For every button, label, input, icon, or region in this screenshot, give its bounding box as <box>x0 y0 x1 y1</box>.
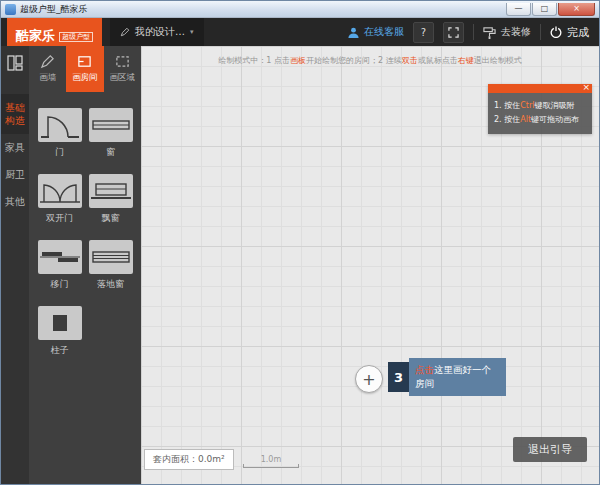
component-label: 落地窗 <box>97 278 124 291</box>
draw-mode-instruction: 绘制模式中：1 点击画板开始绘制您的房间；2 连续双击或鼠标点击右键退出绘制模式 <box>218 55 521 66</box>
category-tab-furniture[interactable]: 家具 <box>1 134 29 161</box>
online-service-button[interactable]: 在线客服 <box>347 25 404 39</box>
finish-label: 完成 <box>567 25 589 40</box>
fullscreen-icon <box>448 27 459 38</box>
exit-guide-button[interactable]: 退出引导 <box>513 437 587 462</box>
online-service-label: 在线客服 <box>364 25 404 39</box>
mode-draw-wall[interactable]: 画墙 <box>29 46 66 92</box>
guide-step-badge: 3 <box>388 362 409 392</box>
shortcut-tip-box: × 1. 按住Ctrl键取消吸附 2. 按住Alt键可拖动画布 <box>488 84 592 134</box>
component-label: 飘窗 <box>102 212 120 225</box>
category-tab-other[interactable]: 其他 <box>1 188 29 215</box>
draw-mode-tabs: 画墙 画房间 画区域 <box>29 46 141 92</box>
app-header: 酷家乐 超级户型 我的设计… ▾ 在线客服 ? <box>1 18 599 46</box>
help-icon: ? <box>421 27 426 38</box>
component-door[interactable]: 门 <box>37 108 82 159</box>
brand-name: 酷家乐 <box>16 29 55 42</box>
sliding-door-icon <box>38 240 82 274</box>
component-double-door[interactable]: 双开门 <box>37 174 82 225</box>
chevron-down-icon: ▾ <box>190 28 194 36</box>
component-label: 双开门 <box>46 212 73 225</box>
window-title: 超级户型_酷家乐 <box>20 3 88 16</box>
tip-header: × <box>488 84 592 93</box>
app-window: 超级户型_酷家乐 — □ × 酷家乐 超级户型 我的设计… ▾ 在线客服 <box>0 0 600 485</box>
mode-label: 画区域 <box>110 72 136 84</box>
tip-line-ctrl: 1. 按住Ctrl键取消吸附 <box>494 99 586 113</box>
paint-roller-icon <box>483 26 496 39</box>
draw-area-icon <box>115 54 130 69</box>
guide-target-circle[interactable]: + <box>355 365 383 393</box>
draw-wall-icon <box>40 54 55 69</box>
close-icon[interactable]: × <box>582 82 590 93</box>
product-badge: 超级户型 <box>59 32 93 42</box>
component-label: 移门 <box>51 278 69 291</box>
scale-ruler <box>243 464 299 468</box>
component-floor-window[interactable]: 落地窗 <box>88 240 133 291</box>
draw-room-icon <box>77 54 92 69</box>
component-label: 柱子 <box>51 344 69 357</box>
header-divider <box>540 24 541 40</box>
guide-tooltip: 点击这里画好一个房间 <box>409 358 506 396</box>
maximize-button[interactable]: □ <box>532 3 557 16</box>
component-window[interactable]: 窗 <box>88 108 133 159</box>
category-tab-kitchen-bath[interactable]: 厨卫 <box>1 161 29 188</box>
brand-logo: 酷家乐 超级户型 <box>7 18 102 46</box>
category-tab-basic-structure[interactable]: 基础构造 <box>1 94 29 134</box>
close-button[interactable]: × <box>558 3 595 16</box>
finish-button[interactable]: 完成 <box>550 25 589 40</box>
mode-draw-area[interactable]: 画区域 <box>104 46 141 92</box>
minimize-button[interactable]: — <box>506 3 531 16</box>
my-design-menu[interactable]: 我的设计… ▾ <box>110 18 204 46</box>
scale-label: 1.0m <box>243 455 299 464</box>
component-sliding-door[interactable]: 移门 <box>37 240 82 291</box>
double-door-icon <box>38 174 82 208</box>
titlebar: 超级户型_酷家乐 — □ × <box>1 1 599 18</box>
tool-panel: 画墙 画房间 画区域 门 <box>29 46 141 484</box>
area-value: 0.0m² <box>198 454 225 464</box>
mode-label: 画房间 <box>72 72 98 84</box>
my-design-label: 我的设计… <box>135 25 185 39</box>
power-icon <box>550 26 562 38</box>
edit-icon <box>120 27 130 37</box>
drawing-canvas[interactable]: 绘制模式中：1 点击画板开始绘制您的房间；2 连续双击或鼠标点击右键退出绘制模式… <box>141 46 599 484</box>
scale-indicator: 1.0m <box>243 455 299 468</box>
floorplan-library-icon[interactable] <box>1 46 29 80</box>
window-icon <box>89 108 133 142</box>
header-divider <box>473 24 474 40</box>
mode-label: 画墙 <box>39 72 56 84</box>
tip-line-alt: 2. 按住Alt键可拖动画布 <box>494 113 586 127</box>
person-icon <box>347 26 360 39</box>
app-icon <box>5 4 16 15</box>
go-decorate-label: 去装修 <box>501 25 531 39</box>
category-rail: 基础构造 家具 厨卫 其他 <box>1 46 29 484</box>
bay-window-icon <box>89 174 133 208</box>
component-pillar[interactable]: 柱子 <box>37 306 82 357</box>
component-label: 窗 <box>106 146 115 159</box>
go-decorate-button[interactable]: 去装修 <box>483 25 531 39</box>
area-label: 套内面积： <box>153 454 198 464</box>
fullscreen-button[interactable] <box>443 22 464 43</box>
mode-draw-room[interactable]: 画房间 <box>66 46 103 92</box>
floor-window-icon <box>89 240 133 274</box>
inner-area-readout: 套内面积：0.0m² <box>144 449 234 470</box>
component-label: 门 <box>55 146 64 159</box>
door-icon <box>38 108 82 142</box>
pillar-icon <box>38 306 82 340</box>
plus-icon: + <box>362 370 375 389</box>
component-grid: 门 窗 双开门 飘窗 <box>29 92 141 357</box>
help-button[interactable]: ? <box>413 22 434 43</box>
component-bay-window[interactable]: 飘窗 <box>88 174 133 225</box>
